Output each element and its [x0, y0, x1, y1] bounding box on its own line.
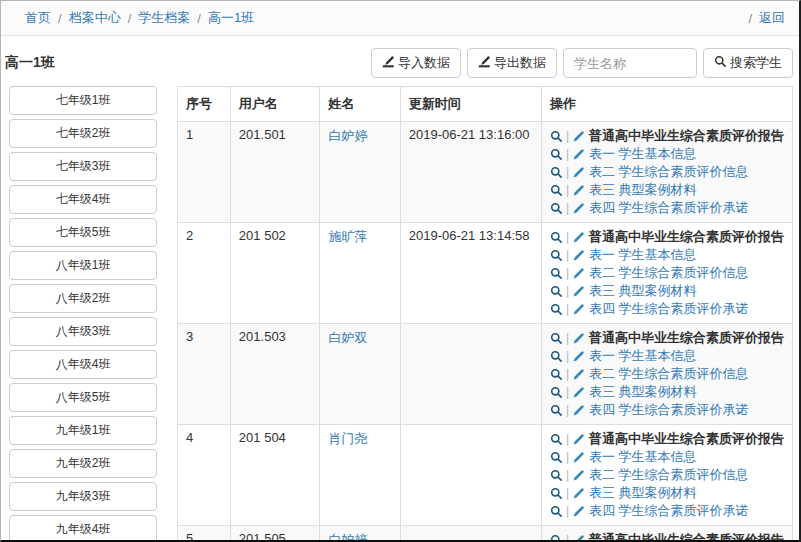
form-link[interactable]: 表四 学生综合素质评价承诺 [589, 502, 749, 520]
export-data-button[interactable]: 导出数据 [467, 48, 557, 78]
edit-pencil-icon[interactable] [572, 148, 585, 161]
edit-pencil-icon[interactable] [572, 202, 585, 215]
view-magnifier-icon[interactable] [550, 148, 563, 161]
form-link[interactable]: 表一 学生基本信息 [589, 448, 697, 466]
student-name-input[interactable] [563, 48, 697, 78]
edit-pencil-icon[interactable] [572, 404, 585, 417]
report-link[interactable]: 普通高中毕业生综合素质评价报告 [589, 127, 784, 145]
back-link[interactable]: 返回 [759, 9, 785, 27]
view-magnifier-icon[interactable] [550, 487, 563, 500]
sidebar-class-button[interactable]: 八年级5班 [9, 383, 157, 412]
student-name-link[interactable]: 白妒婷 [328, 128, 367, 143]
breadcrumb-link-current-class[interactable]: 高一1班 [208, 9, 254, 27]
report-link[interactable]: 普通高中毕业生综合素质评价报告 [589, 531, 784, 542]
edit-pencil-icon[interactable] [572, 386, 585, 399]
student-name-link[interactable]: 白妒双 [328, 330, 367, 345]
edit-pencil-icon[interactable] [572, 332, 585, 345]
sidebar-class-button[interactable]: 八年级1班 [9, 251, 157, 280]
operation-line: | 表三 典型案例材料 [550, 383, 784, 401]
view-magnifier-icon[interactable] [550, 231, 563, 244]
student-name-link[interactable]: 肖门尧 [328, 431, 367, 446]
header-username: 用户名 [230, 87, 320, 122]
form-link[interactable]: 表二 学生综合素质评价信息 [589, 466, 749, 484]
breadcrumb-link-student-archive[interactable]: 学生档案 [138, 9, 190, 27]
view-magnifier-icon[interactable] [550, 332, 563, 345]
sidebar-class-button[interactable]: 七年级1班 [9, 86, 157, 115]
edit-pencil-icon[interactable] [572, 130, 585, 143]
sidebar-class-button[interactable]: 八年级4班 [9, 350, 157, 379]
sidebar-class-button[interactable]: 九年级3班 [9, 482, 157, 511]
sidebar-class-button[interactable]: 九年级1班 [9, 416, 157, 445]
edit-pencil-icon[interactable] [572, 231, 585, 244]
username-cell: 201 504 [230, 425, 320, 526]
form-link[interactable]: 表一 学生基本信息 [589, 246, 697, 264]
sidebar-class-button[interactable]: 八年级2班 [9, 284, 157, 313]
view-magnifier-icon[interactable] [550, 404, 563, 417]
view-magnifier-icon[interactable] [550, 202, 563, 215]
edit-pencil-icon[interactable] [572, 487, 585, 500]
report-link[interactable]: 普通高中毕业生综合素质评价报告 [589, 329, 784, 347]
view-magnifier-icon[interactable] [550, 534, 563, 542]
edit-pencil-icon[interactable] [572, 184, 585, 197]
form-link[interactable]: 表二 学生综合素质评价信息 [589, 264, 749, 282]
operation-line: | 表二 学生综合素质评价信息 [550, 264, 784, 282]
view-magnifier-icon[interactable] [550, 505, 563, 518]
student-name-link[interactable]: 施旷萍 [328, 229, 367, 244]
view-magnifier-icon[interactable] [550, 130, 563, 143]
edit-pencil-icon[interactable] [572, 249, 585, 262]
sidebar-class-button[interactable]: 九年级2班 [9, 449, 157, 478]
edit-pencil-icon[interactable] [572, 368, 585, 381]
view-magnifier-icon[interactable] [550, 469, 563, 482]
edit-pencil-icon[interactable] [572, 451, 585, 464]
breadcrumb-link-archive-center[interactable]: 档案中心 [69, 9, 121, 27]
import-data-button[interactable]: 导入数据 [371, 48, 461, 78]
form-link[interactable]: 表三 典型案例材料 [589, 181, 697, 199]
edit-pencil-icon[interactable] [572, 267, 585, 280]
sidebar-class-button[interactable]: 七年级4班 [9, 185, 157, 214]
view-magnifier-icon[interactable] [550, 267, 563, 280]
breadcrumb-link-home[interactable]: 首页 [25, 9, 51, 27]
sidebar-class-button[interactable]: 七年级3班 [9, 152, 157, 181]
sidebar-class-button[interactable]: 七年级5班 [9, 218, 157, 247]
edit-pencil-icon[interactable] [572, 303, 585, 316]
view-magnifier-icon[interactable] [550, 303, 563, 316]
form-link[interactable]: 表四 学生综合素质评价承诺 [589, 401, 749, 419]
students-table-body: 1 201.501 白妒婷 2019-06-21 13:16:00 | 普通高中… [178, 122, 793, 542]
sidebar-class-button[interactable]: 七年级2班 [9, 119, 157, 148]
updated-time-cell: 2019-06-21 13:14:58 [400, 223, 541, 324]
sidebar-class-button[interactable]: 九年级4班 [9, 515, 157, 542]
report-link[interactable]: 普通高中毕业生综合素质评价报告 [589, 228, 784, 246]
report-link[interactable]: 普通高中毕业生综合素质评价报告 [589, 430, 784, 448]
view-magnifier-icon[interactable] [550, 350, 563, 363]
edit-pencil-icon[interactable] [572, 166, 585, 179]
view-magnifier-icon[interactable] [550, 285, 563, 298]
edit-pencil-icon[interactable] [572, 505, 585, 518]
form-link[interactable]: 表二 学生综合素质评价信息 [589, 163, 749, 181]
sidebar-class-button[interactable]: 八年级3班 [9, 317, 157, 346]
form-link[interactable]: 表三 典型案例材料 [589, 484, 697, 502]
search-student-button[interactable]: 搜索学生 [703, 48, 793, 78]
operation-separator: | [566, 147, 569, 161]
form-link[interactable]: 表三 典型案例材料 [589, 383, 697, 401]
form-link[interactable]: 表一 学生基本信息 [589, 347, 697, 365]
view-magnifier-icon[interactable] [550, 433, 563, 446]
form-link[interactable]: 表四 学生综合素质评价承诺 [589, 300, 749, 318]
edit-pencil-icon[interactable] [572, 469, 585, 482]
edit-pencil-icon[interactable] [572, 534, 585, 542]
operation-line: | 表四 学生综合素质评价承诺 [550, 401, 784, 419]
edit-pencil-icon[interactable] [572, 285, 585, 298]
view-magnifier-icon[interactable] [550, 451, 563, 464]
row-index-cell: 1 [178, 122, 231, 223]
form-link[interactable]: 表一 学生基本信息 [589, 145, 697, 163]
form-link[interactable]: 表三 典型案例材料 [589, 282, 697, 300]
view-magnifier-icon[interactable] [550, 368, 563, 381]
view-magnifier-icon[interactable] [550, 386, 563, 399]
form-link[interactable]: 表四 学生综合素质评价承诺 [589, 199, 749, 217]
view-magnifier-icon[interactable] [550, 166, 563, 179]
edit-pencil-icon[interactable] [572, 350, 585, 363]
view-magnifier-icon[interactable] [550, 184, 563, 197]
edit-pencil-icon[interactable] [572, 433, 585, 446]
form-link[interactable]: 表二 学生综合素质评价信息 [589, 365, 749, 383]
student-name-link[interactable]: 白妒婷 [328, 532, 367, 542]
view-magnifier-icon[interactable] [550, 249, 563, 262]
